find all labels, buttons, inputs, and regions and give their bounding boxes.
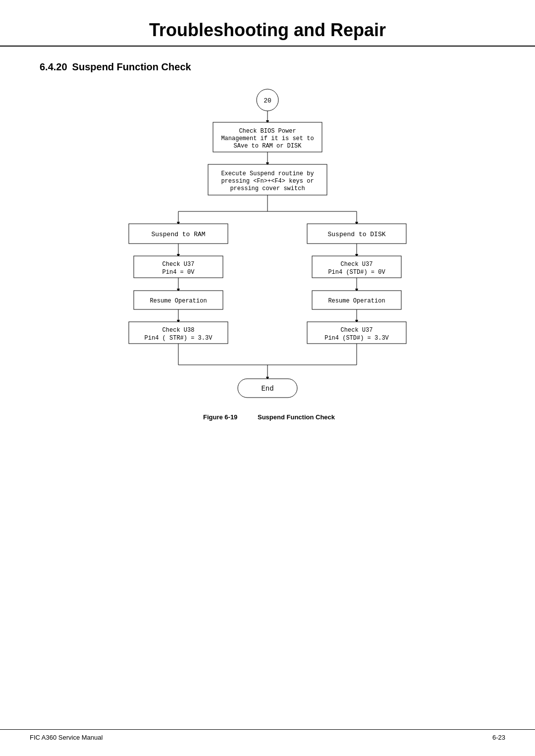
svg-text:Suspend to DISK: Suspend to DISK	[327, 231, 385, 238]
svg-text:Figure 6-19: Figure 6-19	[203, 413, 237, 421]
svg-text:pressing cover switch: pressing cover switch	[230, 185, 305, 192]
svg-text:Pin4 = 0V: Pin4 = 0V	[162, 269, 195, 276]
svg-text:Pin4 ( STR#) = 3.3V: Pin4 ( STR#) = 3.3V	[145, 335, 213, 342]
svg-text:Suspend Function Check: Suspend Function Check	[258, 413, 335, 421]
svg-text:SAve to RAM or DISK: SAve to RAM or DISK	[234, 143, 302, 150]
flowchart-diagram: 20 Check BIOS Power Management if it is …	[89, 83, 446, 494]
svg-text:Check U37: Check U37	[341, 327, 373, 334]
svg-text:Check BIOS Power: Check BIOS Power	[239, 128, 296, 135]
svg-text:Pin4 (STD#) = 3.3V: Pin4 (STD#) = 3.3V	[324, 335, 389, 342]
svg-text:20: 20	[264, 97, 271, 104]
svg-text:Resume Operation: Resume Operation	[328, 298, 385, 304]
svg-text:Pin4 (STD#) = 0V: Pin4 (STD#) = 0V	[328, 269, 385, 276]
svg-text:Check U37: Check U37	[341, 261, 373, 268]
footer-left: FIC A360 Service Manual	[30, 734, 103, 741]
svg-text:End: End	[261, 385, 273, 393]
svg-text:Management if it is set to: Management if it is set to	[221, 135, 314, 142]
svg-text:Resume Operation: Resume Operation	[150, 298, 207, 304]
svg-text:Check U38: Check U38	[162, 327, 195, 334]
svg-text:Check U37: Check U37	[162, 261, 195, 268]
svg-text:Execute Suspend routine by: Execute Suspend routine by	[221, 170, 314, 177]
svg-text:pressing <Fn>+<F4> keys or: pressing <Fn>+<F4> keys or	[221, 178, 314, 185]
footer-right: 6-23	[492, 734, 505, 741]
page-header: Troubleshooting and Repair	[0, 0, 535, 47]
page-footer: FIC A360 Service Manual 6-23	[0, 729, 535, 741]
section-number: 6.4.20	[40, 61, 67, 73]
page-title: Troubleshooting and Repair	[30, 20, 505, 41]
section-title: Suspend Function Check	[72, 61, 191, 73]
svg-text:Suspend to RAM: Suspend to RAM	[151, 231, 205, 238]
